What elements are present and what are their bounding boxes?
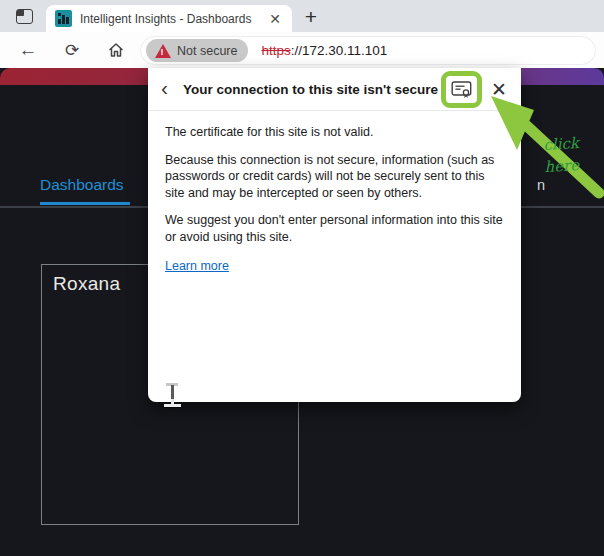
nav-item-dashboards[interactable]: Dashboards: [40, 176, 124, 194]
home-icon: [107, 41, 125, 59]
back-button[interactable]: ←: [14, 36, 42, 64]
learn-more-link[interactable]: Learn more: [165, 259, 229, 273]
tab-bar: Intelligent Insights - Dashboards ✕ +: [0, 0, 604, 32]
barchart-favicon-icon: [55, 10, 72, 27]
url-scheme-struck: https: [261, 43, 290, 58]
certificate-icon: [451, 80, 472, 99]
flyout-paragraph-1: The certificate for this site is not val…: [165, 124, 503, 141]
nav-item-partial[interactable]: n: [537, 177, 545, 193]
tab-actions-icon: [16, 9, 33, 24]
certificate-button[interactable]: [441, 71, 482, 108]
flyout-close-icon[interactable]: ✕: [485, 75, 513, 103]
site-security-flyout: ‹ Your connection to this site isn't sec…: [148, 68, 521, 402]
browser-toolbar: ← ⟳ ! Not secure https://172.30.11.101: [0, 32, 604, 68]
flyout-body: The certificate for this site is not val…: [148, 111, 521, 274]
refresh-button[interactable]: ⟳: [58, 36, 86, 64]
url-text[interactable]: https://172.30.11.101: [261, 43, 387, 58]
new-tab-button[interactable]: +: [298, 4, 324, 29]
flyout-header: ‹ Your connection to this site isn't sec…: [148, 68, 521, 111]
flyout-paragraph-2: Because this connection is not secure, i…: [165, 152, 503, 202]
tab-title: Intelligent Insights - Dashboards: [80, 12, 265, 26]
home-button[interactable]: [102, 36, 130, 64]
flyout-title: Your connection to this site isn't secur…: [183, 82, 441, 97]
flyout-back-button[interactable]: ‹: [161, 77, 183, 101]
tab-intelligent-insights[interactable]: Intelligent Insights - Dashboards ✕: [46, 5, 292, 32]
flyout-paragraph-3: We suggest you don't enter personal info…: [165, 212, 503, 245]
tab-actions-menu-button[interactable]: [10, 4, 38, 29]
browser-window: Intelligent Insights - Dashboards ✕ + ← …: [0, 0, 604, 556]
address-bar[interactable]: ! Not secure https://172.30.11.101: [140, 36, 596, 65]
url-host: ://172.30.11.101: [291, 43, 388, 58]
tab-close-icon[interactable]: ✕: [265, 9, 285, 29]
not-secure-badge[interactable]: ! Not secure: [146, 39, 248, 62]
nav-active-underline: [40, 202, 130, 205]
not-secure-label: Not secure: [177, 44, 237, 58]
warning-triangle-icon: !: [155, 44, 171, 58]
